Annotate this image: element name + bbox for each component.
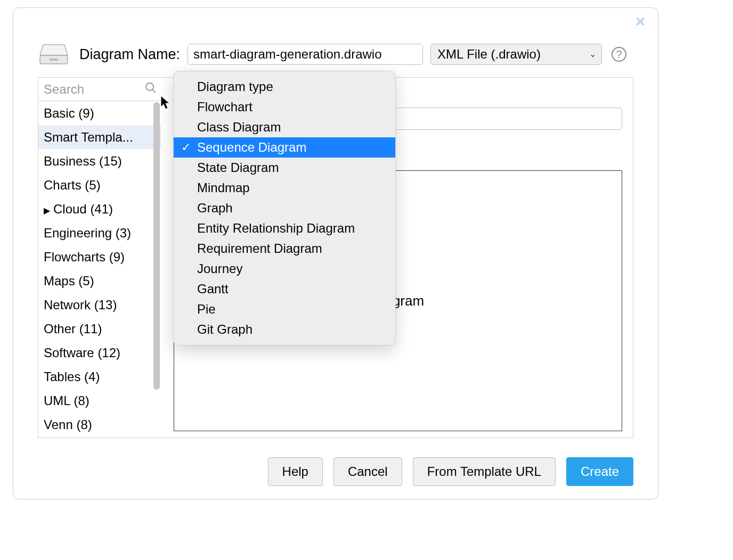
- dropdown-item[interactable]: Graph: [174, 198, 395, 218]
- dropdown-item-label: Diagram type: [197, 79, 273, 94]
- dropdown-item[interactable]: ✓Sequence Diagram: [174, 137, 395, 158]
- drive-icon: [38, 43, 70, 66]
- sidebar-scrollbar[interactable]: [153, 102, 160, 438]
- search-icon: [145, 82, 157, 97]
- dropdown-item[interactable]: Requirement Diagram: [174, 238, 395, 259]
- sidebar-item[interactable]: Charts (5): [38, 173, 161, 197]
- dropdown-item[interactable]: Flowchart: [174, 97, 395, 117]
- sidebar-item-label: UML (8): [44, 393, 89, 408]
- chevron-down-icon: ⌄: [589, 46, 596, 62]
- dropdown-item[interactable]: Diagram type: [174, 77, 395, 97]
- cursor-icon: [160, 95, 171, 110]
- sidebar-item[interactable]: ▶Cloud (41): [38, 197, 161, 221]
- dropdown-item-label: Sequence Diagram: [197, 140, 306, 154]
- sidebar-item-label: Tables (4): [44, 369, 100, 384]
- sidebar-item-label: Other (11): [44, 322, 102, 336]
- help-button[interactable]: Help: [268, 457, 323, 486]
- dropdown-item[interactable]: Class Diagram: [174, 117, 395, 137]
- diagram-name-label: Diagram Name:: [79, 46, 180, 63]
- template-search: [38, 78, 161, 101]
- dropdown-item-label: Flowchart: [197, 100, 253, 114]
- sidebar-item[interactable]: Other (11): [38, 317, 161, 341]
- expand-triangle-icon: ▶: [44, 199, 53, 221]
- sidebar-item-label: Business (15): [44, 154, 122, 168]
- dropdown-item-label: Journey: [197, 261, 242, 276]
- sidebar-item-label: Flowcharts (9): [44, 250, 125, 264]
- svg-point-2: [146, 83, 153, 90]
- template-sidebar: Basic (9)Smart Templa...Business (15)Cha…: [38, 78, 161, 438]
- svg-line-3: [152, 89, 156, 93]
- dropdown-item[interactable]: Git Graph: [174, 319, 395, 340]
- create-button[interactable]: Create: [566, 457, 633, 486]
- dropdown-item[interactable]: Journey: [174, 259, 395, 279]
- sidebar-item[interactable]: Engineering (3): [38, 221, 161, 245]
- sidebar-item-label: Smart Templa...: [44, 130, 133, 144]
- dropdown-item[interactable]: Entity Relationship Diagram: [174, 218, 395, 238]
- dropdown-item-label: Mindmap: [197, 180, 250, 195]
- dropdown-item-label: Pie: [197, 302, 216, 316]
- sidebar-item[interactable]: Basic (9): [38, 101, 161, 125]
- scrollbar-thumb[interactable]: [153, 102, 160, 390]
- sidebar-item[interactable]: Flowcharts (9): [38, 245, 161, 269]
- check-icon: ✓: [181, 137, 191, 158]
- dropdown-item-label: Requirement Diagram: [197, 241, 322, 256]
- sidebar-item[interactable]: Maps (5): [38, 269, 161, 293]
- file-format-value: XML File (.drawio): [437, 47, 541, 61]
- dropdown-item-label: Entity Relationship Diagram: [197, 221, 355, 235]
- sidebar-item-label: Charts (5): [44, 178, 101, 192]
- sidebar-item[interactable]: Smart Templa...: [38, 125, 161, 149]
- dropdown-item-label: Git Graph: [197, 322, 253, 336]
- sidebar-item-label: Cloud (41): [53, 202, 113, 216]
- dropdown-item-label: Gantt: [197, 282, 229, 296]
- sidebar-item[interactable]: Network (13): [38, 293, 161, 317]
- dropdown-item-label: Class Diagram: [197, 120, 281, 134]
- dialog-header-row: Diagram Name: XML File (.drawio) ⌄ ?: [38, 40, 637, 69]
- sidebar-item[interactable]: Venn (8): [38, 413, 161, 437]
- dropdown-item-label: Graph: [197, 201, 233, 215]
- dropdown-item[interactable]: State Diagram: [174, 158, 395, 178]
- sidebar-item-label: Network (13): [44, 298, 117, 312]
- new-diagram-dialog: × Diagram Name: XML File (.drawio) ⌄ ?: [13, 7, 658, 499]
- sidebar-item-label: Engineering (3): [44, 226, 131, 240]
- sidebar-item-label: Maps (5): [44, 274, 94, 288]
- dropdown-item[interactable]: Pie: [174, 299, 395, 319]
- from-template-url-button[interactable]: From Template URL: [413, 457, 556, 486]
- category-list: Basic (9)Smart Templa...Business (15)Cha…: [38, 101, 161, 438]
- help-icon[interactable]: ?: [612, 47, 626, 62]
- cancel-button[interactable]: Cancel: [333, 457, 402, 486]
- sidebar-item-label: Software (12): [44, 345, 120, 360]
- svg-rect-1: [50, 59, 58, 61]
- sidebar-item[interactable]: Tables (4): [38, 365, 161, 389]
- sidebar-item-label: Venn (8): [44, 417, 92, 432]
- sidebar-item[interactable]: Software (12): [38, 341, 161, 365]
- dropdown-item[interactable]: Gantt: [174, 279, 395, 299]
- sidebar-item[interactable]: Business (15): [38, 149, 161, 173]
- close-icon[interactable]: ×: [632, 14, 648, 30]
- diagram-name-input[interactable]: [188, 44, 423, 65]
- sidebar-item-label: Basic (9): [44, 106, 94, 120]
- search-input[interactable]: [38, 78, 161, 101]
- sidebar-item[interactable]: UML (8): [38, 389, 161, 413]
- file-format-select[interactable]: XML File (.drawio) ⌄: [430, 44, 602, 65]
- dropdown-item-label: State Diagram: [197, 160, 279, 175]
- dialog-footer: Help Cancel From Template URL Create: [268, 457, 633, 486]
- diagram-type-dropdown[interactable]: Diagram typeFlowchartClass Diagram✓Seque…: [173, 71, 396, 345]
- dropdown-item[interactable]: Mindmap: [174, 178, 395, 198]
